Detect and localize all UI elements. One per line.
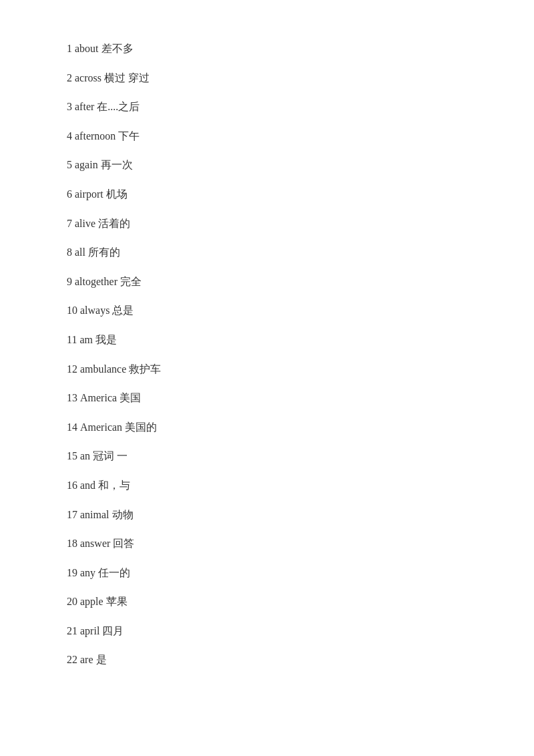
item-english: about <box>75 43 99 54</box>
item-chinese: 我是 <box>93 334 117 345</box>
item-number: 13 <box>67 392 80 403</box>
item-chinese: 差不多 <box>99 43 134 54</box>
list-item: 8 all 所有的 <box>67 244 467 261</box>
item-chinese: 美国 <box>117 392 141 403</box>
item-english: all <box>75 246 85 258</box>
item-number: 2 <box>67 72 75 83</box>
item-number: 17 <box>67 509 80 520</box>
list-item: 20 apple 苹果 <box>67 593 467 610</box>
list-item: 5 again 再一次 <box>67 156 467 174</box>
item-number: 20 <box>67 596 80 607</box>
item-english: across <box>75 72 101 83</box>
item-chinese: 四月 <box>99 625 123 636</box>
item-english: any <box>80 567 95 578</box>
item-chinese: 动物 <box>109 509 134 520</box>
item-english: American <box>80 421 122 433</box>
item-chinese: 任一的 <box>95 567 130 578</box>
item-number: 4 <box>67 130 75 142</box>
item-english: april <box>80 625 99 636</box>
item-number: 19 <box>67 567 80 578</box>
item-chinese: 是 <box>93 654 107 665</box>
list-item: 12 ambulance 救护车 <box>67 361 467 378</box>
vocabulary-list: 1 about 差不多2 across 横过 穿过3 after 在....之后… <box>0 0 534 721</box>
list-item: 16 and 和，与 <box>67 477 467 494</box>
item-chinese: 美国的 <box>122 421 157 433</box>
item-english: alive <box>75 218 95 229</box>
list-item: 3 after 在....之后 <box>67 98 467 116</box>
item-chinese: 总是 <box>109 305 134 316</box>
list-item: 4 afternoon 下午 <box>67 128 467 145</box>
item-english: and <box>80 480 95 491</box>
item-chinese: 救护车 <box>126 363 161 375</box>
item-english: always <box>80 305 109 316</box>
item-number: 8 <box>67 246 75 258</box>
item-number: 3 <box>67 101 75 112</box>
item-english: altogether <box>75 276 117 287</box>
item-number: 14 <box>67 421 80 433</box>
item-chinese: 横过 穿过 <box>101 72 150 83</box>
item-number: 15 <box>67 450 80 461</box>
item-number: 22 <box>67 654 80 665</box>
item-chinese: 在....之后 <box>94 101 140 112</box>
item-english: answer <box>80 538 110 549</box>
list-item: 10 always 总是 <box>67 302 467 319</box>
item-chinese: 下午 <box>115 130 140 142</box>
item-chinese: 活着的 <box>95 218 130 229</box>
item-chinese: 机场 <box>103 188 127 200</box>
item-english: am <box>79 334 93 345</box>
item-english: an <box>80 450 90 461</box>
list-item: 17 animal 动物 <box>67 506 467 524</box>
item-chinese: 苹果 <box>103 596 127 607</box>
list-item: 18 answer 回答 <box>67 535 467 552</box>
list-item: 21 april 四月 <box>67 622 467 640</box>
item-english: airport <box>75 188 103 200</box>
list-item: 9 altogether 完全 <box>67 273 467 291</box>
item-number: 1 <box>67 43 75 54</box>
item-number: 9 <box>67 276 75 287</box>
list-item: 2 across 横过 穿过 <box>67 69 467 87</box>
item-number: 18 <box>67 538 80 549</box>
item-number: 21 <box>67 625 80 636</box>
list-item: 14 American 美国的 <box>67 419 467 436</box>
list-item: 19 any 任一的 <box>67 564 467 582</box>
item-chinese: 所有的 <box>85 246 120 258</box>
list-item: 22 are 是 <box>67 651 467 669</box>
item-english: again <box>75 159 98 170</box>
item-english: afternoon <box>75 130 115 142</box>
list-item: 15 an 冠词 一 <box>67 447 467 465</box>
list-item: 13 America 美国 <box>67 389 467 407</box>
item-number: 5 <box>67 159 75 170</box>
item-english: after <box>75 101 94 112</box>
list-item: 11 am 我是 <box>67 331 467 349</box>
item-english: are <box>80 654 93 665</box>
item-english: ambulance <box>80 363 126 375</box>
item-number: 10 <box>67 305 80 316</box>
item-number: 6 <box>67 188 75 200</box>
list-item: 6 airport 机场 <box>67 186 467 203</box>
list-item: 7 alive 活着的 <box>67 215 467 232</box>
item-number: 12 <box>67 363 80 375</box>
item-english: apple <box>80 596 103 607</box>
item-chinese: 回答 <box>110 538 134 549</box>
item-chinese: 再一次 <box>98 159 133 170</box>
item-number: 11 <box>67 334 79 345</box>
item-number: 16 <box>67 480 80 491</box>
item-chinese: 冠词 一 <box>90 450 127 461</box>
item-chinese: 完全 <box>117 276 142 287</box>
item-english: America <box>80 392 117 403</box>
item-english: animal <box>80 509 109 520</box>
list-item: 1 about 差不多 <box>67 40 467 57</box>
item-chinese: 和，与 <box>95 480 130 491</box>
item-number: 7 <box>67 218 75 229</box>
